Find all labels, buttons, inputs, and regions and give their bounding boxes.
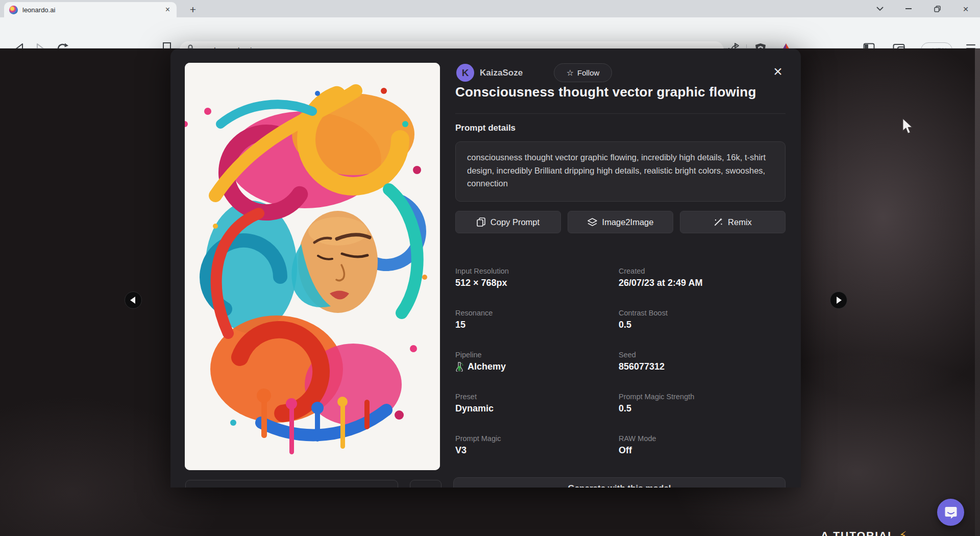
spark-icon: ⚡ bbox=[899, 529, 908, 536]
detail-created: Created 26/07/23 at 2:49 AM bbox=[619, 267, 786, 291]
star-icon: ☆ bbox=[567, 68, 574, 78]
detail-prompt-magic-strength: Prompt Magic Strength 0.5 bbox=[619, 393, 786, 417]
generation-title: Consciousness thought vector graphic flo… bbox=[455, 84, 787, 100]
detail-preset: Preset Dynamic bbox=[455, 393, 619, 417]
next-image-button[interactable] bbox=[830, 291, 847, 309]
follow-button[interactable]: ☆ Follow bbox=[554, 63, 612, 82]
detail-input-resolution: Input Resolution 512 × 768px bbox=[455, 267, 619, 291]
detail-grid: Input Resolution 512 × 768px Created 26/… bbox=[455, 267, 786, 458]
modal-close-icon[interactable]: × bbox=[770, 64, 786, 80]
follow-label: Follow bbox=[577, 68, 599, 77]
prompt-text: consciousness thought vector graphic flo… bbox=[467, 151, 768, 190]
prompt-details-heading: Prompt details bbox=[455, 123, 516, 133]
copy-prompt-button[interactable]: Copy Prompt bbox=[455, 211, 561, 233]
chat-support-button[interactable] bbox=[937, 499, 964, 526]
copy-icon bbox=[477, 217, 485, 227]
chevron-left-icon bbox=[130, 297, 135, 304]
browser-tab[interactable]: leonardo.ai × bbox=[4, 2, 177, 17]
chevron-right-icon bbox=[837, 297, 842, 304]
detail-pipeline: Pipeline Alchemy bbox=[455, 351, 619, 375]
window-chevron-icon[interactable] bbox=[866, 0, 894, 17]
generate-with-model-button[interactable]: Generate with this model bbox=[453, 477, 786, 488]
new-tab-button[interactable]: + bbox=[186, 3, 200, 16]
layers-icon bbox=[587, 218, 597, 227]
mouse-cursor bbox=[901, 118, 914, 137]
partial-toolbar-box[interactable] bbox=[185, 480, 398, 488]
detail-prompt-magic: Prompt Magic V3 bbox=[455, 434, 619, 458]
leonardo-favicon bbox=[9, 6, 18, 14]
restore-button[interactable] bbox=[923, 0, 951, 17]
action-buttons-row: Copy Prompt Image2Image Remix bbox=[455, 211, 786, 233]
detail-seed: Seed 856077312 bbox=[619, 351, 786, 375]
author-avatar[interactable]: K bbox=[456, 64, 474, 82]
tab-title: leonardo.ai bbox=[22, 6, 164, 14]
author-name[interactable]: KaizaSoze bbox=[480, 68, 523, 78]
remix-button[interactable]: Remix bbox=[680, 211, 786, 233]
detail-resonance: Resonance 15 bbox=[455, 309, 619, 333]
generation-detail-modal: K KaizaSoze ☆ Follow × Consciousness tho… bbox=[170, 48, 801, 488]
divider bbox=[455, 113, 786, 114]
partial-button-box[interactable] bbox=[410, 480, 442, 488]
window-controls: × bbox=[866, 0, 980, 17]
browser-titlebar: leonardo.ai × + × bbox=[0, 0, 980, 17]
chat-bubble-icon bbox=[944, 505, 958, 520]
tab-close-icon[interactable]: × bbox=[164, 6, 172, 14]
detail-raw-mode: RAW Mode Off bbox=[619, 434, 786, 458]
prompt-box: consciousness thought vector graphic flo… bbox=[455, 141, 786, 202]
page-scrollbar[interactable] bbox=[975, 48, 980, 536]
previous-image-button[interactable] bbox=[125, 291, 142, 309]
test-tube-icon bbox=[455, 362, 463, 372]
video-watermark-partial: A TUTORIAL ⚡ bbox=[821, 529, 908, 536]
detail-contrast-boost: Contrast Boost 0.5 bbox=[619, 309, 786, 333]
wand-icon bbox=[714, 217, 723, 227]
image2image-button[interactable]: Image2Image bbox=[568, 211, 673, 233]
window-close-button[interactable]: × bbox=[951, 0, 980, 17]
minimize-button[interactable] bbox=[894, 0, 923, 17]
browser-toolbar: app.leonardo.ai VPN bbox=[0, 17, 980, 48]
generated-image[interactable] bbox=[185, 63, 440, 470]
